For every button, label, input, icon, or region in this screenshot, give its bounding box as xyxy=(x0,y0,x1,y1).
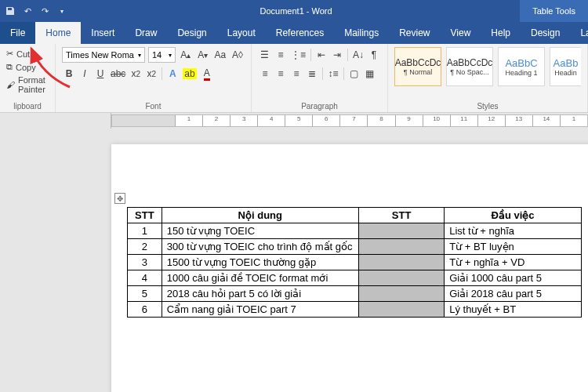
undo-icon[interactable]: ↶ xyxy=(22,5,33,16)
tab-table-design[interactable]: Design xyxy=(521,22,570,44)
copy-button[interactable]: ⧉Copy xyxy=(6,60,49,74)
group-clipboard: ✂Cut ⧉Copy 🖌Format Painter lipboard xyxy=(0,44,56,112)
decrease-indent-button[interactable]: ⇤ xyxy=(314,47,328,63)
tab-references[interactable]: References xyxy=(266,22,334,44)
superscript-button[interactable]: x2 xyxy=(144,66,158,82)
group-paragraph: ☰ ≡ ⋮≡ ⇤ ⇥ A↓ ¶ ≡ ≡ ≡ ≣ ↕≡ ▢ ▦ xyxy=(252,44,388,112)
align-center-button[interactable]: ≡ xyxy=(274,66,288,82)
tab-home[interactable]: Home xyxy=(35,22,81,44)
font-name-combo[interactable]: Times New Roma▾ xyxy=(62,47,145,63)
table-tools-tab[interactable]: Table Tools xyxy=(520,0,588,22)
shrink-font-button[interactable]: A▾ xyxy=(196,47,210,63)
page[interactable]: ✥ STT Nội dung STT Đầu việc 1150 từ vựng… xyxy=(111,144,588,392)
table-move-handle-icon[interactable]: ✥ xyxy=(114,193,125,204)
table-row[interactable]: 52018 câu hỏi part 5 có lời giảiGiải 201… xyxy=(128,286,582,302)
quick-access-toolbar: ↶ ↷ ▾ xyxy=(0,5,72,16)
scissors-icon: ✂ xyxy=(6,49,13,59)
line-spacing-button[interactable]: ↕≡ xyxy=(326,66,340,82)
justify-button[interactable]: ≣ xyxy=(305,66,319,82)
ruler-area: 12345678910111213141 xyxy=(0,113,588,129)
italic-button[interactable]: I xyxy=(78,66,92,82)
tab-insert[interactable]: Insert xyxy=(81,22,125,44)
title-bar: ↶ ↷ ▾ Document1 - Word Table Tools xyxy=(0,0,588,22)
text-effects-button[interactable]: A xyxy=(165,66,180,82)
group-font: Times New Roma▾ 14▾ A▴ A▾ Aa A◊ B I U ab… xyxy=(56,44,252,112)
grow-font-button[interactable]: A▴ xyxy=(179,47,193,63)
tab-table-layout[interactable]: Layout xyxy=(570,22,588,44)
subscript-button[interactable]: x2 xyxy=(129,66,143,82)
cut-button[interactable]: ✂Cut xyxy=(6,47,49,60)
bold-button[interactable]: B xyxy=(62,66,76,82)
numbering-button[interactable]: ≡ xyxy=(274,47,288,63)
table-row[interactable]: 2300 từ vựng TOEIC cho trình độ mất gốcT… xyxy=(128,239,582,255)
style-heading1[interactable]: AaBbCHeading 1 xyxy=(498,47,545,86)
tab-review[interactable]: Review xyxy=(389,22,440,44)
ruler-ticks: 12345678910111213141 xyxy=(175,115,587,126)
show-marks-button[interactable]: ¶ xyxy=(367,47,381,63)
document-area[interactable]: ✥ STT Nội dung STT Đầu việc 1150 từ vựng… xyxy=(0,129,588,392)
save-icon[interactable] xyxy=(5,5,16,16)
table-row[interactable]: 31500 từ vựng TOEIC thường gặpTừ + nghĩa… xyxy=(128,255,582,270)
font-label: Font xyxy=(62,100,245,111)
th-stt[interactable]: STT xyxy=(128,208,162,223)
style-normal[interactable]: AaBbCcDc¶ Normal xyxy=(394,47,441,86)
highlight-button[interactable]: ab xyxy=(181,66,198,82)
style-heading2[interactable]: AaBbHeadin xyxy=(550,47,581,86)
bullets-button[interactable]: ☰ xyxy=(258,47,272,63)
align-left-button[interactable]: ≡ xyxy=(258,66,272,82)
borders-button[interactable]: ▦ xyxy=(363,66,377,82)
clipboard-label: lipboard xyxy=(6,100,49,111)
chevron-down-icon: ▾ xyxy=(138,52,141,59)
tab-draw[interactable]: Draw xyxy=(125,22,167,44)
font-size-combo[interactable]: 14▾ xyxy=(148,47,176,63)
sort-button[interactable]: A↓ xyxy=(351,47,365,63)
strikethrough-button[interactable]: abc xyxy=(109,66,127,82)
style-no-spacing[interactable]: AaBbCcDc¶ No Spac... xyxy=(446,47,493,86)
underline-button[interactable]: U xyxy=(93,66,107,82)
tab-mailings[interactable]: Mailings xyxy=(334,22,389,44)
tab-design[interactable]: Design xyxy=(167,22,216,44)
horizontal-ruler[interactable]: 12345678910111213141 xyxy=(111,114,588,127)
clear-formatting-button[interactable]: A◊ xyxy=(230,47,245,63)
redo-icon[interactable]: ↷ xyxy=(39,5,50,16)
th-noidung[interactable]: Nội dung xyxy=(162,208,358,223)
group-styles: AaBbCcDc¶ Normal AaBbCcDc¶ No Spac... Aa… xyxy=(388,44,588,112)
format-painter-button[interactable]: 🖌Format Painter xyxy=(6,74,49,96)
copy-icon: ⧉ xyxy=(6,62,13,72)
table-header-row[interactable]: STT Nội dung STT Đầu việc xyxy=(128,208,582,223)
window-title: Document1 - Word xyxy=(72,6,520,16)
tab-layout[interactable]: Layout xyxy=(217,22,266,44)
shading-button[interactable]: ▢ xyxy=(347,66,361,82)
increase-indent-button[interactable]: ⇥ xyxy=(330,47,344,63)
multilevel-button[interactable]: ⋮≡ xyxy=(289,47,307,63)
chevron-down-icon: ▾ xyxy=(169,52,172,59)
table-row[interactable]: 6Cẩm nang giải TOEIC part 7Lý thuyết + B… xyxy=(128,302,582,318)
tab-view[interactable]: View xyxy=(441,22,481,44)
th-stt2[interactable]: STT xyxy=(358,208,444,223)
qat-dropdown-icon[interactable]: ▾ xyxy=(56,5,67,16)
font-color-button[interactable]: A xyxy=(200,66,214,82)
table-row[interactable]: 1150 từ vựng TOEICList từ + nghĩa xyxy=(128,223,582,239)
ribbon-tabs: File Home Insert Draw Design Layout Refe… xyxy=(0,22,588,44)
brush-icon: 🖌 xyxy=(6,80,15,89)
paragraph-label: Paragraph xyxy=(258,100,381,111)
th-dauviec[interactable]: Đầu việc xyxy=(445,208,582,223)
document-table[interactable]: STT Nội dung STT Đầu việc 1150 từ vựng T… xyxy=(127,207,582,318)
change-case-button[interactable]: Aa xyxy=(213,47,227,63)
ribbon: ✂Cut ⧉Copy 🖌Format Painter lipboard Time… xyxy=(0,44,588,113)
table-row[interactable]: 41000 câu giải đề TOEIC format mớiGiải 1… xyxy=(128,270,582,286)
align-right-button[interactable]: ≡ xyxy=(289,66,303,82)
styles-label: Styles xyxy=(394,100,581,111)
tab-help[interactable]: Help xyxy=(481,22,521,44)
tab-file[interactable]: File xyxy=(0,22,35,44)
